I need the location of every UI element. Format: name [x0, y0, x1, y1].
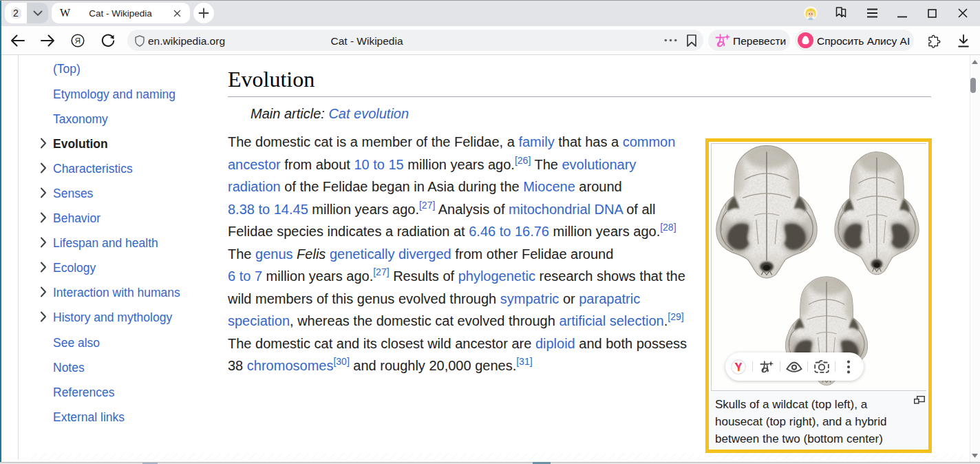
svg-text:Я: Я [75, 36, 81, 45]
